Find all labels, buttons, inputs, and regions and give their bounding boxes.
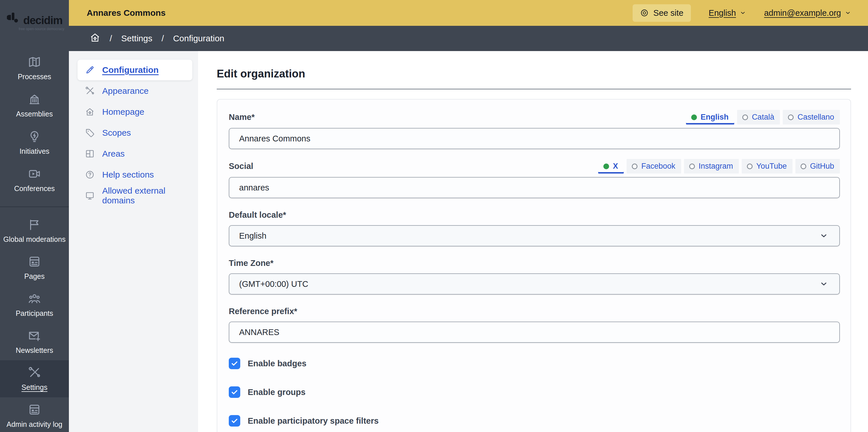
submenu-item-configuration[interactable]: Configuration: [78, 60, 192, 80]
language-menu[interactable]: English: [709, 8, 746, 18]
submenu-item-label: Help sections: [102, 170, 154, 179]
breadcrumb-separator: /: [110, 34, 112, 43]
chevron-down-icon: [844, 9, 851, 16]
social-tab-youtube[interactable]: YouTube: [742, 159, 793, 173]
sidebar-item-label: Assemblies: [16, 110, 53, 118]
time-zone-label: Time Zone*: [229, 259, 274, 268]
name-input[interactable]: [229, 128, 840, 149]
tools-icon: [85, 86, 95, 96]
tag-icon: [85, 128, 95, 138]
time-zone-value: (GMT+00:00) UTC: [239, 279, 308, 289]
feature-toggles: Enable badges Enable groups Enable parti…: [229, 358, 840, 427]
sidebar-item-label: Pages: [24, 272, 45, 280]
question-icon: [85, 170, 95, 179]
sidebar-item-newsletters[interactable]: Newsletters: [0, 323, 69, 360]
top-bar: Annares Commons See site English admin@e…: [69, 0, 868, 26]
submenu-item-label: Configuration: [102, 65, 159, 75]
sidebar-item-assemblies[interactable]: Assemblies: [0, 87, 69, 124]
settings-submenu: Configuration Appearance Homepage Scopes…: [69, 51, 198, 432]
decidim-logo[interactable]: decidim free open-source democracy: [7, 11, 64, 31]
submenu-item-allowed-external-domains[interactable]: Allowed external domains: [78, 185, 192, 206]
social-tab-label: YouTube: [756, 162, 787, 171]
sidebar-item-initiatives[interactable]: Initiatives: [0, 124, 69, 161]
default-locale-field: Default locale* English: [229, 208, 840, 246]
submenu-item-areas[interactable]: Areas: [78, 143, 192, 164]
submenu-item-scopes[interactable]: Scopes: [78, 123, 192, 143]
page-icon: [28, 255, 41, 269]
social-incomplete-dot: [747, 164, 753, 169]
sidebar-item-processes[interactable]: Processes: [0, 49, 69, 87]
enable-groups-checkbox[interactable]: [229, 387, 240, 398]
sidebar-item-label: Settings: [22, 384, 48, 392]
locale-incomplete-dot: [742, 114, 748, 120]
social-incomplete-dot: [801, 164, 806, 169]
social-tab-x[interactable]: X: [598, 159, 624, 173]
social-tab-github[interactable]: GitHub: [795, 159, 840, 173]
breadcrumb-configuration[interactable]: Configuration: [173, 34, 224, 43]
decidim-logo-mark: [7, 11, 22, 26]
sidebar-item-participants[interactable]: Participants: [0, 286, 69, 323]
enable-participatory-space-filters-label: Enable participatory space filters: [248, 416, 379, 426]
enable-badges-row[interactable]: Enable badges: [229, 358, 840, 369]
name-label: Name*: [229, 112, 255, 122]
default-locale-label: Default locale*: [229, 210, 286, 220]
sidebar-item-conferences[interactable]: Conferences: [0, 161, 69, 199]
submenu-item-appearance[interactable]: Appearance: [78, 80, 192, 101]
locale-tab-label: English: [701, 113, 729, 122]
social-tab-label: X: [613, 162, 618, 171]
submenu-item-label: Areas: [102, 149, 125, 159]
sidebar-item-global-moderations[interactable]: Global moderations: [0, 212, 69, 249]
sidebar-item-admin-activity-log[interactable]: Admin activity log: [0, 397, 69, 432]
map-icon: [28, 55, 41, 70]
check-icon: [230, 417, 239, 425]
social-incomplete-dot: [632, 164, 638, 169]
social-tab-facebook[interactable]: Facebook: [627, 159, 681, 173]
locale-complete-dot: [691, 114, 697, 120]
people-icon: [28, 292, 41, 306]
main-content: Edit organization Name* English Català: [198, 51, 868, 432]
default-locale-select[interactable]: English: [229, 225, 840, 246]
see-site-button[interactable]: See site: [632, 4, 691, 22]
enable-groups-label: Enable groups: [248, 388, 305, 397]
target-icon: [640, 9, 649, 17]
decidim-logo-text: decidim: [23, 15, 63, 26]
submenu-item-label: Allowed external domains: [102, 186, 192, 205]
sidebar-item-label: Participants: [16, 309, 53, 318]
social-field: Social X Facebook Instagram: [229, 159, 840, 198]
tools-icon: [28, 366, 41, 380]
locale-tab-castellano[interactable]: Castellano: [783, 110, 840, 125]
locale-tab-catala[interactable]: Català: [737, 110, 780, 125]
submenu-item-label: Homepage: [102, 107, 144, 117]
reference-prefix-label: Reference prefix*: [229, 307, 298, 316]
social-handle-input[interactable]: [229, 177, 840, 198]
time-zone-select[interactable]: (GMT+00:00) UTC: [229, 273, 840, 295]
reference-prefix-field: Reference prefix*: [229, 304, 840, 343]
submenu-item-homepage[interactable]: Homepage: [78, 102, 192, 122]
sidebar-nav: Processes Assemblies Initiatives Confere…: [0, 49, 69, 432]
social-tab-instagram[interactable]: Instagram: [684, 159, 739, 173]
sidebar-item-pages[interactable]: Pages: [0, 249, 69, 286]
sidebar-item-label: Conferences: [14, 185, 55, 193]
enable-participatory-space-filters-row[interactable]: Enable participatory space filters: [229, 415, 840, 427]
submenu-item-help-sections[interactable]: Help sections: [78, 164, 192, 185]
chevron-down-icon: [739, 9, 746, 16]
decidim-logo-tagline: free open-source democracy: [7, 27, 64, 31]
enable-groups-row[interactable]: Enable groups: [229, 387, 840, 398]
sidebar-item-label: Newsletters: [16, 346, 53, 355]
breadcrumb-home[interactable]: [90, 32, 100, 45]
enable-badges-label: Enable badges: [248, 359, 307, 368]
account-menu[interactable]: admin@example.org: [764, 8, 851, 18]
sidebar-item-settings[interactable]: Settings: [0, 360, 69, 397]
reference-prefix-input[interactable]: [229, 322, 840, 343]
breadcrumb-settings[interactable]: Settings: [121, 34, 152, 43]
social-label: Social: [229, 162, 253, 171]
mail-plus-icon: [28, 329, 41, 343]
enable-participatory-space-filters-checkbox[interactable]: [229, 415, 240, 427]
enable-badges-checkbox[interactable]: [229, 358, 240, 369]
sidebar-item-label: Processes: [18, 73, 51, 81]
locale-tab-english[interactable]: English: [686, 110, 735, 125]
flag-icon: [28, 218, 41, 232]
name-field: Name* English Català Castellano: [229, 110, 840, 149]
see-site-label: See site: [653, 8, 683, 18]
monitor-icon: [85, 191, 95, 200]
